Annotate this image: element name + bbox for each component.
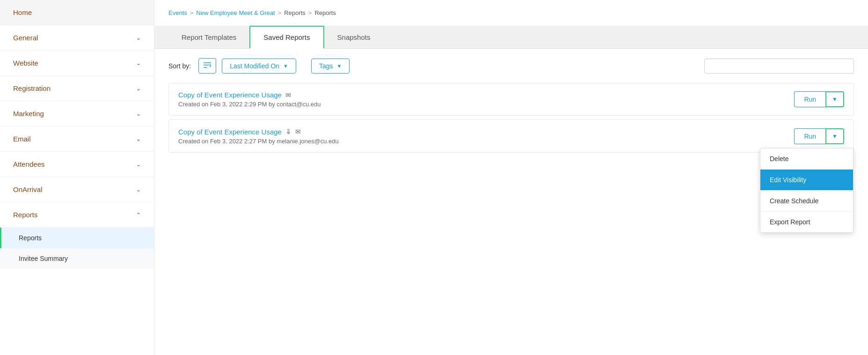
report-1-info: Copy of Event Experience Usage ✉ Created… bbox=[178, 91, 794, 108]
sidebar-item-onarrival[interactable]: OnArrival ⌄ bbox=[0, 177, 154, 202]
chevron-down-icon: ⌄ bbox=[136, 35, 141, 41]
report-2-actions: Run ▼ bbox=[794, 128, 844, 144]
bookmark-icon: ✉ bbox=[285, 91, 291, 99]
sidebar-item-registration[interactable]: Registration ⌄ bbox=[0, 76, 154, 101]
search-wrapper: 🔍 bbox=[704, 59, 854, 74]
sidebar-invitee-summary-label: Invitee Summary bbox=[19, 255, 68, 262]
sidebar-reports-label: Reports bbox=[13, 211, 38, 219]
report-1-link[interactable]: Copy of Event Experience Usage bbox=[178, 91, 282, 99]
menu-item-create-schedule[interactable]: Create Schedule bbox=[760, 191, 853, 212]
breadcrumb-sep-2: > bbox=[278, 9, 282, 16]
sidebar-item-attendees[interactable]: Attendees ⌄ bbox=[0, 152, 154, 177]
tags-label: Tags bbox=[319, 62, 333, 70]
sort-value: Last Modified On bbox=[230, 62, 279, 70]
controls-bar: Sort by: Last Modified On ▼ Tags ▼ 🔍 bbox=[154, 49, 868, 83]
sidebar-email-label: Email bbox=[13, 135, 31, 143]
report-2-link[interactable]: Copy of Event Experience Usage bbox=[178, 128, 282, 136]
sidebar-reports-sub-label: Reports bbox=[19, 234, 42, 242]
sidebar-sub-section: Reports Invitee Summary bbox=[0, 228, 154, 269]
sidebar-website-label: Website bbox=[13, 59, 38, 67]
run-button-1[interactable]: Run bbox=[794, 91, 825, 107]
sidebar-item-marketing[interactable]: Marketing ⌄ bbox=[0, 101, 154, 126]
chevron-down-icon: ⌄ bbox=[136, 136, 141, 142]
breadcrumb-event-name[interactable]: New Employee Meet & Great bbox=[196, 9, 275, 16]
report-2-title: Copy of Event Experience Usage ⇓ ✉ bbox=[178, 127, 794, 136]
chevron-up-icon: ⌃ bbox=[136, 212, 141, 218]
reports-list: Copy of Event Experience Usage ✉ Created… bbox=[154, 83, 868, 156]
sidebar-item-invitee-summary[interactable]: Invitee Summary bbox=[0, 248, 154, 269]
tags-dropdown[interactable]: Tags ▼ bbox=[311, 59, 350, 74]
breadcrumb: Events > New Employee Meet & Great > Rep… bbox=[154, 0, 868, 21]
tags-chevron-icon: ▼ bbox=[337, 63, 342, 69]
sidebar-attendees-label: Attendees bbox=[13, 160, 45, 168]
download-icon: ⇓ bbox=[285, 127, 292, 136]
dropdown-toggle-2[interactable]: ▼ bbox=[825, 128, 844, 144]
sidebar-item-website[interactable]: Website ⌄ bbox=[0, 51, 154, 76]
menu-item-delete[interactable]: Delete bbox=[760, 148, 853, 170]
sort-icon-button[interactable] bbox=[198, 58, 216, 74]
breadcrumb-events[interactable]: Events bbox=[168, 9, 187, 16]
chevron-down-icon: ▼ bbox=[283, 63, 288, 69]
sort-dropdown[interactable]: Last Modified On ▼ bbox=[222, 59, 296, 74]
report-card-2: Copy of Event Experience Usage ⇓ ✉ Creat… bbox=[168, 119, 854, 153]
sidebar-marketing-label: Marketing bbox=[13, 110, 44, 118]
sidebar-item-reports[interactable]: Reports ⌃ bbox=[0, 202, 154, 228]
report-2-meta: Created on Feb 3, 2022 2:27 PM by melani… bbox=[178, 138, 794, 145]
report-1-title: Copy of Event Experience Usage ✉ bbox=[178, 91, 794, 99]
bookmark-icon-2: ✉ bbox=[295, 128, 301, 135]
dropdown-menu: Delete Edit Visibility Create Schedule E… bbox=[760, 148, 853, 233]
sidebar-item-general[interactable]: General ⌄ bbox=[0, 25, 154, 51]
sidebar-item-home[interactable]: Home bbox=[0, 0, 154, 25]
tab-saved-reports[interactable]: Saved Reports bbox=[249, 26, 324, 49]
report-2-info: Copy of Event Experience Usage ⇓ ✉ Creat… bbox=[178, 127, 794, 145]
breadcrumb-reports-2: Reports bbox=[314, 9, 336, 16]
report-card-1: Copy of Event Experience Usage ✉ Created… bbox=[168, 83, 854, 116]
dropdown-toggle-1[interactable]: ▼ bbox=[825, 91, 844, 107]
chevron-down-icon: ⌄ bbox=[136, 161, 141, 168]
sidebar-item-reports-sub[interactable]: Reports bbox=[0, 228, 154, 248]
sidebar: Home General ⌄ Website ⌄ Registration ⌄ … bbox=[0, 0, 154, 355]
chevron-down-icon: ⌄ bbox=[136, 186, 141, 193]
search-input[interactable] bbox=[704, 59, 854, 74]
sidebar-general-label: General bbox=[13, 34, 38, 42]
menu-item-edit-visibility[interactable]: Edit Visibility bbox=[760, 170, 853, 191]
sidebar-registration-label: Registration bbox=[13, 84, 51, 92]
sort-label: Sort by: bbox=[168, 62, 191, 70]
tabs-bar: Report Templates Saved Reports Snapshots bbox=[154, 26, 868, 49]
chevron-down-icon: ⌄ bbox=[136, 111, 141, 117]
menu-item-export-report[interactable]: Export Report bbox=[760, 212, 853, 232]
breadcrumb-sep-1: > bbox=[190, 9, 194, 16]
chevron-down-icon: ⌄ bbox=[136, 85, 141, 92]
sidebar-item-email[interactable]: Email ⌄ bbox=[0, 126, 154, 152]
run-button-2[interactable]: Run bbox=[794, 128, 825, 144]
tab-report-templates[interactable]: Report Templates bbox=[168, 27, 249, 48]
sidebar-onarrival-label: OnArrival bbox=[13, 185, 43, 193]
report-1-meta: Created on Feb 3, 2022 2:29 PM by contac… bbox=[178, 101, 794, 108]
breadcrumb-reports-1: Reports bbox=[284, 9, 306, 16]
chevron-down-icon: ⌄ bbox=[136, 60, 141, 67]
main-content: Events > New Employee Meet & Great > Rep… bbox=[154, 0, 868, 355]
sidebar-item-home-label: Home bbox=[13, 8, 32, 16]
breadcrumb-sep-3: > bbox=[308, 9, 312, 16]
report-1-actions: Run ▼ bbox=[794, 91, 844, 107]
tab-snapshots[interactable]: Snapshots bbox=[324, 27, 384, 48]
